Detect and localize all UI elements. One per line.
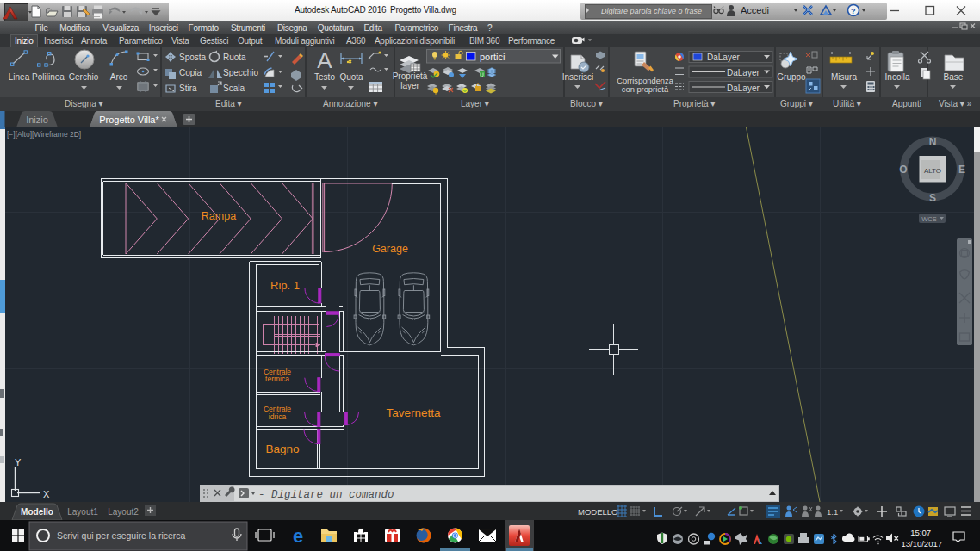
svg-text:Specchio: Specchio	[223, 68, 259, 77]
svg-text:Bagno: Bagno	[265, 443, 299, 455]
svg-text:portici: portici	[480, 52, 505, 62]
svg-text:DaLayer: DaLayer	[707, 53, 740, 62]
svg-text:Accedi: Accedi	[741, 5, 769, 15]
svg-text:Proprietà: Proprietà	[393, 71, 428, 81]
svg-text:15:07: 15:07	[910, 528, 931, 537]
svg-text:Cerchio: Cerchio	[69, 72, 99, 82]
svg-text:- Digitare un comando: - Digitare un comando	[258, 489, 394, 501]
svg-text:O: O	[899, 164, 907, 176]
svg-text:Ruota: Ruota	[223, 53, 246, 62]
svg-text:ALTO: ALTO	[924, 167, 941, 175]
svg-text:Copia: Copia	[179, 68, 202, 77]
svg-text:13/10/2017: 13/10/2017	[901, 539, 942, 548]
svg-text:Rip. 1: Rip. 1	[270, 279, 300, 292]
svg-text:Incolla: Incolla	[885, 72, 910, 82]
svg-text:e: e	[293, 525, 303, 547]
svg-text:Polilinea: Polilinea	[32, 72, 65, 82]
svg-text:MODELLO: MODELLO	[578, 507, 617, 517]
svg-text:Modello: Modello	[21, 507, 53, 517]
svg-text:Layout2: Layout2	[108, 507, 139, 517]
svg-text:X: X	[43, 489, 50, 499]
svg-text:Layout1: Layout1	[67, 507, 98, 517]
svg-text:Gruppo: Gruppo	[777, 72, 806, 82]
svg-text:Arco: Arco	[110, 72, 128, 82]
svg-text:A: A	[317, 47, 332, 73]
svg-text:Scala: Scala	[223, 84, 245, 93]
svg-text:DaLayer: DaLayer	[727, 68, 760, 77]
svg-text:E: E	[958, 164, 965, 176]
svg-text:Scrivi qui per eseguire la ric: Scrivi qui per eseguire la ricerca	[57, 530, 186, 541]
svg-text:Garage: Garage	[372, 243, 408, 255]
svg-text:?: ?	[851, 7, 856, 15]
svg-text:Quota: Quota	[339, 72, 363, 82]
svg-text:Progetto Villa*: Progetto Villa*	[99, 115, 159, 125]
svg-text:con proprietà: con proprietà	[622, 85, 669, 94]
svg-text:N: N	[929, 136, 937, 148]
svg-text:Stira: Stira	[179, 84, 197, 93]
svg-text:WCS: WCS	[921, 215, 937, 223]
svg-text:termica: termica	[265, 375, 289, 383]
svg-text:DaLayer: DaLayer	[727, 84, 760, 93]
svg-text:Linea: Linea	[9, 72, 30, 82]
svg-text:Tavernetta: Tavernetta	[386, 406, 441, 419]
svg-text:1:1: 1:1	[827, 507, 838, 517]
svg-text:Inizio: Inizio	[26, 115, 48, 125]
svg-text:idrica: idrica	[269, 412, 287, 421]
svg-text:Corrispondenza: Corrispondenza	[617, 77, 673, 85]
svg-text:layer: layer	[400, 81, 419, 90]
svg-text:Misura: Misura	[831, 72, 857, 82]
svg-text:Sposta: Sposta	[179, 53, 207, 62]
svg-text:Base: Base	[944, 72, 964, 82]
svg-text:Testo: Testo	[314, 72, 335, 82]
svg-text:S: S	[929, 192, 936, 204]
svg-text:[−][Alto][Wireframe 2D]: [−][Alto][Wireframe 2D]	[7, 130, 81, 139]
svg-text:Inserisci: Inserisci	[562, 72, 594, 82]
svg-text:Rampa: Rampa	[202, 210, 236, 222]
svg-text:Y: Y	[15, 457, 22, 467]
